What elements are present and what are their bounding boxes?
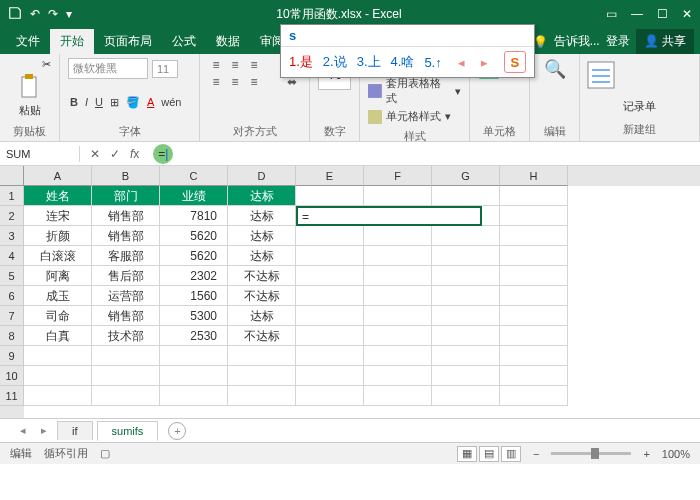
- cell[interactable]: 部门: [92, 186, 160, 206]
- cell[interactable]: [296, 226, 364, 246]
- cell[interactable]: [296, 326, 364, 346]
- cell[interactable]: 5620: [160, 246, 228, 266]
- col-header[interactable]: H: [500, 166, 568, 186]
- cell[interactable]: 达标: [228, 186, 296, 206]
- cell[interactable]: [364, 386, 432, 406]
- tab-file[interactable]: 文件: [6, 29, 50, 54]
- cell[interactable]: [364, 226, 432, 246]
- cell[interactable]: [296, 266, 364, 286]
- zoom-out-icon[interactable]: −: [533, 448, 539, 460]
- cell[interactable]: 折颜: [24, 226, 92, 246]
- cell[interactable]: [364, 346, 432, 366]
- cell[interactable]: 白真: [24, 326, 92, 346]
- row-header[interactable]: 8: [0, 326, 24, 346]
- ime-candidate-1[interactable]: 1.是: [289, 53, 313, 71]
- cell[interactable]: [228, 346, 296, 366]
- cell[interactable]: [160, 346, 228, 366]
- cell[interactable]: [296, 246, 364, 266]
- cell[interactable]: [24, 346, 92, 366]
- font-size-selector[interactable]: 11: [152, 60, 178, 78]
- cell[interactable]: [500, 326, 568, 346]
- cell[interactable]: [296, 186, 364, 206]
- cell[interactable]: [500, 346, 568, 366]
- align-center-icon[interactable]: ≡: [227, 75, 243, 89]
- row-header[interactable]: 4: [0, 246, 24, 266]
- cell[interactable]: [24, 386, 92, 406]
- col-header[interactable]: E: [296, 166, 364, 186]
- phonetic-button[interactable]: wén: [159, 95, 183, 110]
- cell[interactable]: [500, 246, 568, 266]
- record-form-icon[interactable]: [584, 58, 618, 92]
- cell[interactable]: [364, 306, 432, 326]
- col-header[interactable]: F: [364, 166, 432, 186]
- cell[interactable]: [92, 366, 160, 386]
- sheet-tab-sumifs[interactable]: sumifs: [97, 421, 159, 441]
- cell[interactable]: [500, 366, 568, 386]
- cell[interactable]: 不达标: [228, 326, 296, 346]
- cell[interactable]: 5620: [160, 226, 228, 246]
- cell[interactable]: [432, 286, 500, 306]
- col-header[interactable]: G: [432, 166, 500, 186]
- add-sheet-button[interactable]: +: [168, 422, 186, 440]
- ime-next-icon[interactable]: ▸: [481, 55, 488, 70]
- tab-page-layout[interactable]: 页面布局: [94, 29, 162, 54]
- cell[interactable]: [432, 366, 500, 386]
- page-break-view-icon[interactable]: ▥: [501, 446, 521, 462]
- cell[interactable]: [432, 386, 500, 406]
- macro-record-icon[interactable]: ▢: [100, 447, 110, 460]
- row-header[interactable]: 5: [0, 266, 24, 286]
- cell[interactable]: [92, 386, 160, 406]
- cell[interactable]: [24, 366, 92, 386]
- redo-icon[interactable]: ↷: [48, 7, 58, 21]
- row-header[interactable]: 9: [0, 346, 24, 366]
- cell[interactable]: 销售部: [92, 306, 160, 326]
- cell[interactable]: [296, 346, 364, 366]
- cell[interactable]: 5300: [160, 306, 228, 326]
- cell[interactable]: [160, 386, 228, 406]
- cell[interactable]: 1560: [160, 286, 228, 306]
- cell[interactable]: [432, 246, 500, 266]
- enter-formula-icon[interactable]: ✓: [110, 147, 120, 161]
- cell[interactable]: [364, 366, 432, 386]
- cell[interactable]: 2530: [160, 326, 228, 346]
- login-link[interactable]: 登录: [606, 33, 630, 50]
- underline-button[interactable]: U: [93, 95, 105, 110]
- align-right-icon[interactable]: ≡: [246, 75, 262, 89]
- page-layout-view-icon[interactable]: ▤: [479, 446, 499, 462]
- cell[interactable]: [364, 206, 432, 226]
- cell[interactable]: [432, 186, 500, 206]
- fx-icon[interactable]: fx: [130, 147, 139, 161]
- align-middle-icon[interactable]: ≡: [227, 58, 243, 72]
- sheet-tab-if[interactable]: if: [57, 421, 93, 440]
- cut-icon[interactable]: ✂: [42, 58, 51, 71]
- cell[interactable]: [432, 226, 500, 246]
- cell[interactable]: [432, 326, 500, 346]
- italic-button[interactable]: I: [83, 95, 90, 110]
- cell[interactable]: 技术部: [92, 326, 160, 346]
- zoom-slider[interactable]: [551, 452, 631, 455]
- cell[interactable]: [432, 206, 500, 226]
- cancel-formula-icon[interactable]: ✕: [90, 147, 100, 161]
- align-left-icon[interactable]: ≡: [208, 75, 224, 89]
- paste-icon[interactable]: [18, 73, 42, 101]
- cell[interactable]: 达标: [228, 246, 296, 266]
- col-header[interactable]: A: [24, 166, 92, 186]
- cell[interactable]: 司命: [24, 306, 92, 326]
- cell[interactable]: 2302: [160, 266, 228, 286]
- col-header[interactable]: B: [92, 166, 160, 186]
- tab-formulas[interactable]: 公式: [162, 29, 206, 54]
- cell[interactable]: [296, 366, 364, 386]
- cell[interactable]: [432, 346, 500, 366]
- cell[interactable]: [364, 266, 432, 286]
- cell[interactable]: 运营部: [92, 286, 160, 306]
- cell[interactable]: [296, 206, 364, 226]
- row-header[interactable]: 6: [0, 286, 24, 306]
- ribbon-options-icon[interactable]: ▭: [606, 7, 617, 21]
- row-header[interactable]: 3: [0, 226, 24, 246]
- cell[interactable]: 达标: [228, 206, 296, 226]
- find-icon[interactable]: 🔍: [538, 58, 571, 80]
- cell[interactable]: [500, 306, 568, 326]
- row-header[interactable]: 11: [0, 386, 24, 406]
- row-header[interactable]: 1: [0, 186, 24, 206]
- select-all-corner[interactable]: [0, 166, 24, 186]
